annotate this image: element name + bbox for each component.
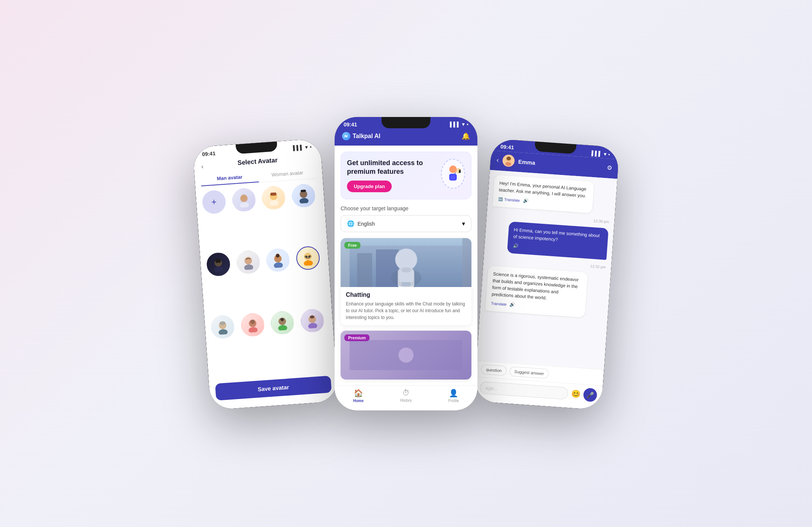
emma-avatar (502, 154, 515, 167)
avatar-item-9[interactable] (240, 312, 265, 337)
save-avatar-button[interactable]: Save avatar (215, 375, 332, 400)
suggestion-question[interactable]: question (481, 364, 507, 376)
svg-point-29 (248, 327, 258, 333)
language-selected: English (358, 221, 375, 227)
chat-input[interactable]: age... (479, 381, 568, 399)
card-image-chat: Free (341, 238, 471, 287)
msg-sent-1: Hi Emma, can you tell me something about… (507, 221, 608, 260)
badge-free: Free (344, 242, 361, 249)
msg-time-1: 12:30 pm (593, 219, 609, 224)
svg-point-5 (269, 200, 279, 206)
svg-point-47 (398, 254, 414, 271)
svg-point-50 (398, 252, 414, 262)
svg-point-18 (303, 260, 313, 266)
status-icons-center: ▌▌▌ ▾ ▪ (450, 121, 468, 127)
msg-actions-sent: 🔊 (512, 242, 602, 255)
signal-icon-center: ▌▌▌ (450, 121, 461, 127)
card-premium[interactable]: Premium (341, 331, 471, 380)
svg-point-26 (218, 329, 228, 335)
add-avatar-button[interactable]: + (201, 189, 226, 214)
msg-text-2: Science is a rigorous, systematic endeav… (491, 271, 579, 301)
card-desc-chatting: Enhance your language skills with the Ch… (346, 301, 466, 321)
avatar-item-3[interactable] (291, 183, 316, 208)
status-icons-left: ▌▌▌ ▾ ▪ (293, 144, 312, 150)
audio-button-1[interactable]: 🔊 (523, 197, 529, 204)
nav-history[interactable]: ⏱ History (382, 389, 430, 403)
mic-button[interactable]: 🎤 (583, 387, 597, 402)
wifi-icon-center: ▾ (462, 121, 465, 127)
history-icon: ⏱ (402, 389, 410, 397)
center-content: Get unlimited access to premium features… (335, 146, 477, 385)
talkpal-logo: Talkpal AI (342, 132, 380, 140)
suggestion-suggest-answer[interactable]: Suggest answer (509, 366, 549, 378)
time-right: 09:41 (500, 143, 514, 150)
logo-icon (342, 132, 350, 140)
msg-received-1: Hey! I'm Emma, your personal AI Language… (492, 175, 594, 213)
nav-profile[interactable]: 👤 Profile (430, 389, 477, 403)
premium-illustration: 📱 (441, 159, 465, 189)
audio-button-2[interactable]: 🔊 (509, 301, 515, 308)
premium-text: Get unlimited access to premium features… (347, 159, 441, 193)
profile-icon: 👤 (449, 389, 458, 398)
svg-point-15 (274, 262, 283, 268)
svg-point-46 (391, 285, 421, 287)
language-left: 🌐 English (347, 220, 375, 227)
svg-point-52 (398, 348, 414, 363)
notch-center (382, 117, 430, 128)
svg-rect-4 (270, 192, 277, 196)
agent-name: Emma (518, 158, 603, 170)
language-dropdown[interactable]: 🌐 English ▾ (341, 215, 471, 232)
avatar-item-7[interactable] (295, 246, 320, 270)
audio-button-sent[interactable]: 🔊 (512, 242, 518, 249)
avatar-item-1[interactable] (231, 187, 256, 212)
svg-rect-11 (215, 259, 221, 263)
svg-point-34 (308, 322, 317, 328)
msg-text-1: Hey! I'm Emma, your personal AI Language… (499, 180, 586, 198)
language-section-label: Choose your target language (341, 205, 471, 211)
phone-center: 09:41 ▌▌▌ ▾ ▪ (335, 117, 477, 410)
svg-point-36 (449, 166, 457, 173)
bell-icon[interactable]: 🔔 (462, 132, 470, 140)
time-left: 09:41 (202, 150, 216, 157)
card-chatting[interactable]: Free (341, 238, 471, 325)
svg-rect-45 (376, 249, 398, 287)
wifi-icon-left: ▾ (305, 144, 308, 149)
upgrade-button[interactable]: Upgrade plan (347, 181, 392, 192)
bottom-nav: 🏠 Home ⏱ History 👤 Profile (335, 385, 477, 410)
translate-button-2[interactable]: Translate (491, 300, 507, 307)
svg-text:🔤: 🔤 (498, 196, 503, 201)
phone-left: 09:41 ▌▌▌ ▾ ▪ ‹ Select Avatar Man avatar… (192, 138, 338, 410)
nav-home[interactable]: 🏠 Home (335, 389, 382, 403)
settings-icon[interactable]: ⚙ (607, 164, 612, 172)
nav-history-label: History (400, 398, 412, 402)
badge-premium: Premium (344, 334, 370, 341)
nav-home-label: Home (353, 399, 364, 403)
signal-icon-right: ▌▌▌ (591, 150, 602, 156)
avatar-item-4[interactable] (206, 252, 231, 276)
nav-profile-label: Profile (448, 399, 459, 403)
avatar-grid: + (195, 178, 336, 379)
status-icons-right: ▌▌▌ ▾ ▪ (591, 150, 610, 157)
svg-rect-42 (350, 238, 462, 287)
avatar-item-2[interactable] (261, 185, 286, 210)
right-screen: 09:41 ▌▌▌ ▾ ▪ ‹ (474, 138, 620, 410)
phones-container: 09:41 ▌▌▌ ▾ ▪ ‹ Select Avatar Man avatar… (143, 57, 669, 471)
phone-right: 09:41 ▌▌▌ ▾ ▪ ‹ (474, 138, 620, 410)
avatar-item-5[interactable] (236, 250, 261, 275)
emoji-button[interactable]: 😊 (571, 389, 581, 399)
card-info-chatting: Chatting Enhance your language skills wi… (341, 287, 471, 325)
card-image-premium: Premium (341, 331, 471, 380)
premium-banner: Get unlimited access to premium features… (341, 152, 471, 200)
avatar-item-8[interactable] (210, 314, 235, 339)
svg-point-10 (214, 266, 223, 272)
center-screen: 09:41 ▌▌▌ ▾ ▪ (335, 117, 477, 410)
chat-messages: Hey! I'm Emma, your personal AI Language… (477, 170, 618, 369)
talkpal-header: Talkpal AI 🔔 (335, 129, 477, 146)
translate-button-1[interactable]: 🔤 Translate (498, 196, 520, 203)
avatar-item-6[interactable] (265, 248, 290, 272)
svg-rect-38 (451, 176, 455, 179)
avatar-item-10[interactable] (270, 310, 295, 335)
avatar-item-11[interactable] (300, 308, 324, 333)
back-button-right[interactable]: ‹ (496, 156, 499, 164)
svg-point-16 (276, 254, 280, 258)
